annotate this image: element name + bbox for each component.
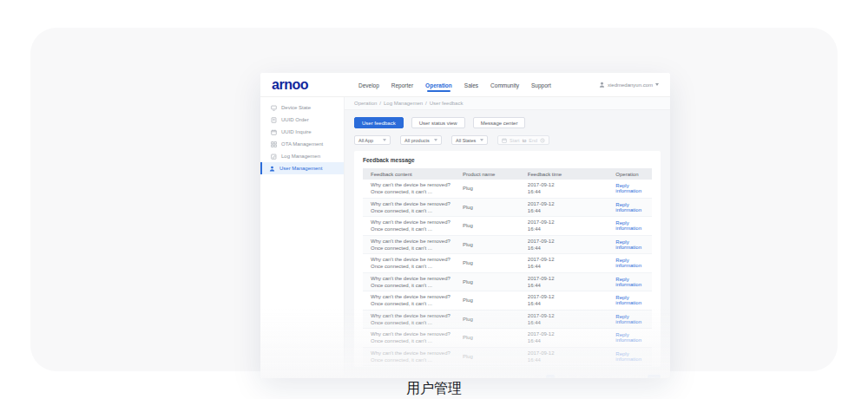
product-name-cell: Plug xyxy=(463,354,528,359)
col-feedback-time: Feedback time xyxy=(528,172,616,177)
table-row: Why can't the device be removed? Once co… xyxy=(363,236,652,255)
main-content: Operation / Log Managemen / User feedbac… xyxy=(345,97,670,378)
mockup-card: arnoo Develop Reporter Operation Sales C… xyxy=(30,28,838,371)
table-row: Why can't the device be removed? Once co… xyxy=(363,311,652,330)
nav-sales[interactable]: Sales xyxy=(464,79,478,91)
breadcrumb-separator: / xyxy=(379,101,381,106)
product-filter-select[interactable]: All products xyxy=(400,135,442,145)
feedback-time-cell: 2017-09-12 16:44 xyxy=(528,181,616,195)
tab-bar: User feedback User status view Message c… xyxy=(354,117,661,128)
feedback-card: Feedback message Feedback content Produc… xyxy=(354,151,661,367)
app-filter-value: All App xyxy=(358,138,373,143)
feedback-content-cell: Why can't the device be removed? Once co… xyxy=(363,275,463,289)
chevron-down-icon xyxy=(655,83,659,86)
go-button[interactable]: Go xyxy=(648,375,661,378)
breadcrumb-log-management[interactable]: Log Managemen xyxy=(384,101,423,106)
reply-information-link[interactable]: Reply information xyxy=(615,183,641,193)
grid-icon xyxy=(271,141,277,147)
feedback-time-cell: 2017-09-12 16:44 xyxy=(528,256,616,270)
date-range-picker[interactable]: Start to End xyxy=(497,135,549,145)
nav-operation[interactable]: Operation xyxy=(425,79,452,91)
feedback-time-cell: 2017-09-12 16:44 xyxy=(528,200,616,214)
pagination-bar: Total 100 items ‹12345› Go to Go xyxy=(354,375,661,378)
sidebar: Device State UUID Order UUID Inquire xyxy=(260,97,345,378)
product-name-cell: Plug xyxy=(463,186,528,191)
chevron-down-icon xyxy=(383,139,386,141)
page-button[interactable]: 4 xyxy=(580,375,589,378)
feedback-content-cell: Why can't the device be removed? Once co… xyxy=(363,330,463,344)
feedback-time-cell: 2017-09-12 16:44 xyxy=(528,312,616,326)
chevron-down-icon xyxy=(480,139,483,141)
date-start-placeholder: Start xyxy=(510,138,520,143)
reply-information-link[interactable]: Reply information xyxy=(615,258,641,268)
reply-information-link[interactable]: Reply information xyxy=(615,239,641,250)
calendar-icon xyxy=(271,129,277,135)
table-row: Why can't the device be removed? Once co… xyxy=(363,291,652,311)
sidebar-item-uuid-inquire[interactable]: UUID Inquire xyxy=(260,126,344,138)
reply-information-link[interactable]: Reply information xyxy=(615,332,641,343)
nav-community[interactable]: Community xyxy=(490,79,519,91)
feedback-content-cell: Why can't the device be removed? Once co… xyxy=(363,219,463,232)
clock-icon xyxy=(540,138,545,143)
page-button[interactable]: 5 xyxy=(591,375,600,378)
nav-support[interactable]: Support xyxy=(531,79,551,91)
breadcrumb-operation[interactable]: Operation xyxy=(354,101,377,106)
nav-reporter[interactable]: Reporter xyxy=(391,79,413,91)
edit-icon xyxy=(271,154,277,160)
prev-page-button[interactable]: ‹ xyxy=(535,375,543,378)
feedback-content-cell: Why can't the device be removed? Once co… xyxy=(363,238,463,252)
reply-information-link[interactable]: Reply information xyxy=(615,202,641,213)
tab-user-status-view[interactable]: User status view xyxy=(411,117,465,128)
tab-user-feedback[interactable]: User feedback xyxy=(354,117,404,128)
table-row: Why can't the device be removed? Once co… xyxy=(363,329,652,348)
account-menu[interactable]: xiedmedanyun.com xyxy=(599,82,659,88)
table-row: Why can't the device be removed? Once co… xyxy=(363,348,652,367)
next-page-button[interactable]: › xyxy=(602,375,611,378)
feedback-time-cell: 2017-09-12 16:44 xyxy=(528,350,616,363)
sidebar-item-user-management[interactable]: User Management xyxy=(260,162,344,174)
reply-information-link[interactable]: Reply information xyxy=(615,277,641,287)
operation-cell: Reply information xyxy=(615,332,652,343)
sidebar-item-label: UUID Inquire xyxy=(281,129,312,134)
feedback-time-cell: 2017-09-12 16:44 xyxy=(528,330,616,344)
document-icon xyxy=(271,117,277,123)
page-button[interactable]: 3 xyxy=(569,375,577,378)
feedback-content-cell: Why can't the device be removed? Once co… xyxy=(363,181,463,195)
operation-cell: Reply information xyxy=(615,220,652,231)
feedback-content-cell: Why can't the device be removed? Once co… xyxy=(363,312,463,326)
arnoo-logo: arnoo xyxy=(272,78,308,92)
pager: ‹12345› xyxy=(535,375,611,378)
table-row: Why can't the device be removed? Once co… xyxy=(363,217,652,236)
sidebar-item-device-state[interactable]: Device State xyxy=(260,101,344,114)
tab-message-center[interactable]: Message center xyxy=(473,117,526,128)
sidebar-item-ota-management[interactable]: OTA Management xyxy=(260,138,344,150)
table-row: Why can't the device be removed? Once co… xyxy=(363,254,652,273)
table-body: Why can't the device be removed? Once co… xyxy=(363,180,652,366)
col-product-name: Product name xyxy=(463,172,528,177)
table-row: Why can't the device be removed? Once co… xyxy=(363,199,652,218)
operation-cell: Reply information xyxy=(615,183,652,193)
reply-information-link[interactable]: Reply information xyxy=(615,295,641,305)
goto-page: Go to Go xyxy=(619,375,661,378)
page-button[interactable]: 1 xyxy=(546,375,555,378)
sidebar-item-log-management[interactable]: Log Managemen xyxy=(260,150,344,162)
stage: arnoo Develop Reporter Operation Sales C… xyxy=(0,0,868,399)
product-name-cell: Plug xyxy=(463,260,528,265)
reply-information-link[interactable]: Reply information xyxy=(615,351,641,362)
col-feedback-content: Feedback content xyxy=(363,172,463,177)
app-filter-select[interactable]: All App xyxy=(354,135,391,145)
page-button[interactable]: 2 xyxy=(557,375,566,378)
state-filter-select[interactable]: All States xyxy=(451,135,488,145)
reply-information-link[interactable]: Reply information xyxy=(615,220,641,231)
product-name-cell: Plug xyxy=(463,223,528,228)
state-filter-value: All States xyxy=(456,138,476,143)
account-email: xiedmedanyun.com xyxy=(608,82,653,88)
goto-label: Go to xyxy=(619,376,630,378)
goto-page-input[interactable] xyxy=(634,375,645,378)
feedback-content-cell: Why can't the device be removed? Once co… xyxy=(363,256,463,270)
nav-develop[interactable]: Develop xyxy=(358,79,379,91)
product-name-cell: Plug xyxy=(463,335,528,340)
reply-information-link[interactable]: Reply information xyxy=(615,314,641,324)
sidebar-item-uuid-order[interactable]: UUID Order xyxy=(260,114,344,126)
sidebar-item-label: Log Managemen xyxy=(281,154,320,159)
